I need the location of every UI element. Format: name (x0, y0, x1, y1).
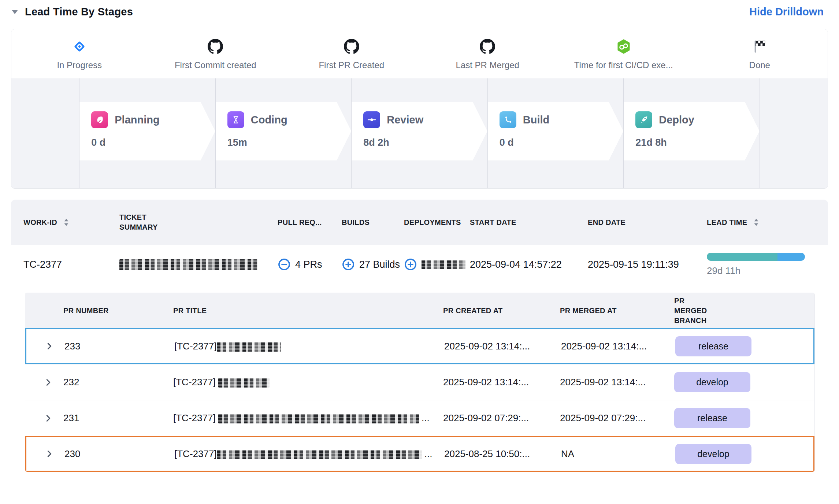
branch-badge: develop (674, 372, 750, 392)
page-title: Lead Time By Stages (25, 6, 133, 18)
cicd-icon (616, 39, 631, 54)
pr-merged-at: 2025-09-02 07:29:... (560, 412, 674, 424)
milestone-in-progress: In Progress (11, 39, 148, 70)
lead-time-bar (707, 253, 805, 261)
redacted-text (217, 450, 422, 459)
stage-duration: 15m (227, 137, 352, 148)
hide-drilldown-link[interactable]: Hide Drilldown (749, 6, 824, 18)
chevron-right-icon[interactable] (44, 341, 55, 352)
milestone-last-pr-merged: Last PR Merged (420, 39, 556, 70)
pr-number: 232 (63, 377, 173, 388)
pr-count: 4 PRs (295, 259, 322, 270)
lead-time-stages-panel: In Progress First Commit created First P… (11, 29, 828, 189)
review-icon (363, 111, 380, 128)
start-date-cell: 2025-09-04 14:57:22 (470, 259, 588, 270)
work-items-table: WORK-ID TICKET SUMMARY PULL REQ... BUILD… (11, 200, 828, 472)
branch-badge: release (674, 408, 750, 428)
stage-name: Coding (251, 114, 287, 126)
stage-duration: 0 d (500, 137, 624, 148)
sort-icon[interactable] (753, 218, 760, 227)
branch-badge: release (675, 336, 751, 356)
work-table-header: WORK-ID TICKET SUMMARY PULL REQ... BUILD… (11, 200, 828, 245)
stage-name: Review (387, 114, 423, 126)
pr-row-233[interactable]: 233 [TC-2377] 2025-09-02 13:14:... 2025-… (25, 328, 814, 364)
stage-planning: Planning 0 d (79, 78, 216, 188)
milestone-label: First Commit created (175, 60, 256, 70)
column-lead-time: LEAD TIME (707, 218, 828, 227)
lead-time-value: 29d 11h (707, 265, 813, 277)
stage-review: Review 8d 2h (352, 78, 488, 188)
coding-icon (227, 111, 244, 128)
branch-badge: develop (675, 444, 751, 464)
stage-coding: Coding 15m (216, 78, 352, 188)
builds-cell: 27 Builds (342, 258, 404, 271)
jira-status-icon (72, 39, 87, 54)
pr-created-at: 2025-09-02 07:29:... (443, 412, 560, 424)
end-date-cell: 2025-09-15 19:11:39 (588, 259, 707, 270)
stage-name: Deploy (659, 114, 694, 126)
stage-build: Build 0 d (488, 78, 624, 188)
pr-title: [TC-2377] ... (174, 448, 444, 460)
planning-icon (91, 111, 108, 128)
build-icon (500, 111, 516, 128)
expand-circle-plus-icon[interactable] (404, 258, 417, 271)
build-count: 27 Builds (359, 259, 400, 270)
column-pr-number: PR NUMBER (63, 306, 173, 316)
redacted-text (217, 342, 281, 352)
pr-merged-at: NA (561, 448, 675, 460)
milestone-first-pr: First PR Created (283, 39, 420, 70)
column-ticket-summary: TICKET SUMMARY (119, 212, 278, 232)
milestone-cicd: Time for first CI/CD exe... (556, 39, 692, 70)
github-icon (344, 39, 359, 54)
redacted-text (422, 260, 465, 269)
chevron-right-icon[interactable] (43, 377, 54, 388)
milestone-label: First PR Created (319, 60, 384, 70)
ticket-summary-cell (119, 259, 278, 270)
pr-number: 233 (64, 341, 174, 352)
pr-merged-at: 2025-09-02 13:14:... (561, 341, 675, 352)
github-icon (480, 39, 495, 54)
deploy-icon (635, 111, 652, 128)
pr-row-230[interactable]: 230 [TC-2377] ... 2025-08-25 10:50:... N… (25, 436, 814, 472)
stage-deploy: Deploy 21d 8h (624, 78, 760, 188)
expand-circle-plus-icon[interactable] (342, 258, 355, 271)
pr-row-231[interactable]: 231 [TC-2377] ... 2025-09-02 07:29:... 2… (25, 400, 814, 436)
github-icon (208, 39, 223, 54)
redacted-text (218, 414, 419, 423)
stage-name: Build (523, 114, 550, 126)
stages-band: Planning 0 d Coding 15m (11, 78, 828, 188)
pr-title: [TC-2377] (173, 377, 443, 388)
pr-title: [TC-2377] (174, 341, 444, 352)
stage-duration: 8d 2h (363, 137, 487, 148)
section-header: Lead Time By Stages Hide Drilldown (0, 0, 839, 18)
milestone-first-commit: First Commit created (148, 39, 284, 70)
milestone-label: Time for first CI/CD exe... (574, 60, 673, 70)
column-pr-merged-at: PR MERGED AT (560, 306, 674, 316)
column-pr-created-at: PR CREATED AT (443, 306, 560, 316)
deployments-cell (404, 258, 470, 271)
stage-name: Planning (115, 114, 159, 126)
pr-created-at: 2025-09-02 13:14:... (443, 377, 560, 388)
chevron-right-icon[interactable] (44, 448, 55, 459)
work-id-cell: TC-2377 (23, 259, 119, 270)
collapse-circle-minus-icon[interactable] (278, 258, 291, 271)
pr-number: 231 (63, 412, 173, 424)
collapse-triangle-icon[interactable] (10, 7, 20, 17)
milestone-label: Last PR Merged (456, 60, 519, 70)
sort-icon[interactable] (63, 218, 70, 227)
column-deployments: DEPLOYMENTS (404, 218, 470, 227)
pr-created-at: 2025-09-02 13:14:... (444, 341, 561, 352)
column-end-date: END DATE (588, 218, 707, 227)
finish-flag-icon (752, 39, 767, 54)
chevron-right-icon[interactable] (43, 413, 54, 424)
pr-drilldown-table: PR NUMBER PR TITLE PR CREATED AT PR MERG… (25, 293, 815, 472)
column-pr-merged-branch: PR MERGED BRANCH (674, 296, 814, 326)
pr-row-232[interactable]: 232 [TC-2377] 2025-09-02 13:14:... 2025-… (25, 364, 814, 400)
pr-number: 230 (64, 448, 174, 460)
column-pull-requests: PULL REQ... (278, 218, 342, 227)
column-work-id: WORK-ID (23, 218, 119, 227)
stage-duration: 21d 8h (635, 137, 760, 148)
column-builds: BUILDS (342, 218, 404, 227)
work-item-row[interactable]: TC-2377 4 PRs 27 Builds 2025-09-04 14:57… (11, 245, 828, 284)
milestone-row: In Progress First Commit created First P… (11, 29, 828, 78)
